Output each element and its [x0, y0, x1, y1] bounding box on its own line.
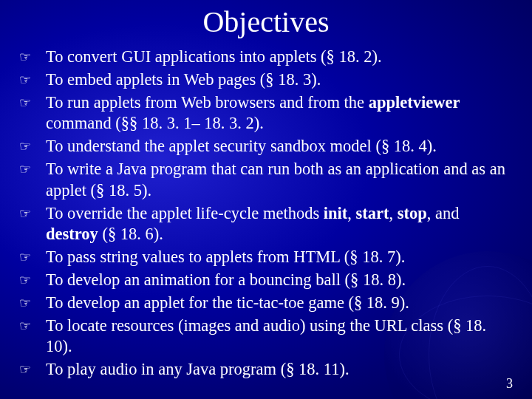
list-item: ☞To play audio in any Java program (§ 18…: [18, 359, 514, 381]
page-title: Objectives: [0, 0, 532, 47]
pointing-hand-icon: ☞: [18, 359, 46, 378]
pointing-hand-icon: ☞: [18, 316, 46, 335]
list-item-text: To pass string values to applets from HT…: [46, 247, 514, 268]
pointing-hand-icon: ☞: [18, 159, 46, 178]
list-item: ☞To write a Java program that can run bo…: [18, 159, 514, 202]
pointing-hand-icon: ☞: [18, 247, 46, 266]
list-item-text: To override the applet life-cycle method…: [46, 203, 514, 246]
list-item-text: To locate resources (images and audio) u…: [46, 316, 514, 358]
pointing-hand-icon: ☞: [18, 69, 46, 89]
pointing-hand-icon: ☞: [18, 270, 46, 289]
pointing-hand-icon: ☞: [18, 47, 46, 66]
list-item: ☞To embed applets in Web pages (§ 18. 3)…: [18, 69, 514, 91]
list-item: ☞To understand the applet security sandb…: [18, 136, 514, 157]
list-item-text: To write a Java program that can run bot…: [46, 159, 514, 202]
list-item-text: To run applets from Web browsers and fro…: [46, 92, 514, 135]
list-item: ☞To develop an applet for the tic-tac-to…: [18, 293, 514, 314]
list-item: ☞To run applets from Web browsers and fr…: [18, 92, 514, 135]
pointing-hand-icon: ☞: [18, 136, 46, 155]
objectives-list: ☞To convert GUI applications into applet…: [0, 47, 532, 381]
list-item: ☞To pass string values to applets from H…: [18, 247, 514, 268]
list-item-text: To embed applets in Web pages (§ 18. 3).: [46, 69, 514, 91]
page-number: 3: [506, 376, 513, 392]
list-item: ☞To locate resources (images and audio) …: [18, 316, 514, 358]
pointing-hand-icon: ☞: [18, 203, 46, 222]
pointing-hand-icon: ☞: [18, 92, 46, 112]
list-item: ☞To override the applet life-cycle metho…: [18, 203, 514, 246]
list-item-text: To convert GUI applications into applets…: [46, 47, 514, 68]
list-item-text: To play audio in any Java program (§ 18.…: [46, 359, 514, 381]
list-item-text: To develop an applet for the tic-tac-toe…: [46, 293, 514, 314]
list-item: ☞To convert GUI applications into applet…: [18, 47, 514, 68]
pointing-hand-icon: ☞: [18, 293, 46, 312]
list-item: ☞To develop an animation for a bouncing …: [18, 270, 514, 291]
list-item-text: To understand the applet security sandbo…: [46, 136, 514, 157]
list-item-text: To develop an animation for a bouncing b…: [46, 270, 514, 291]
